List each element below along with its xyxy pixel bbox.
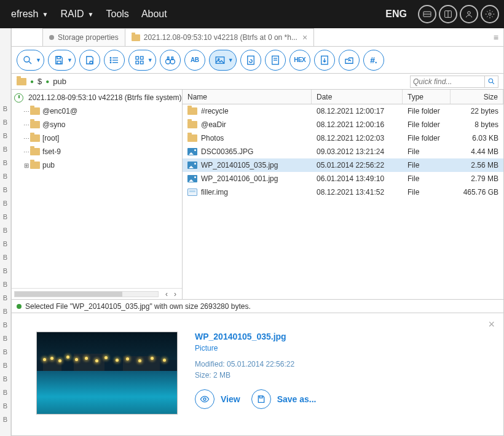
file-date: 08.12.2021 12:00:16 bbox=[312, 120, 403, 129]
layout-button[interactable] bbox=[439, 5, 457, 23]
preview-filetype: Picture bbox=[195, 344, 491, 352]
quick-find-input[interactable] bbox=[411, 76, 484, 87]
svg-point-34 bbox=[203, 398, 206, 400]
svg-rect-17 bbox=[136, 56, 139, 60]
tree-expand-icon[interactable]: ⊞ bbox=[23, 162, 30, 169]
folder-icon bbox=[30, 107, 40, 115]
file-row[interactable]: WP_20140105_035.jpg05.01.2014 22:56:22Fi… bbox=[183, 158, 503, 172]
tabs-row: Storage properties 2021.12.08-09:53:10 v… bbox=[12, 28, 503, 47]
folder-icon bbox=[132, 34, 140, 41]
preview-toggle-button[interactable]: ▼ bbox=[209, 50, 237, 71]
file-date: 06.01.2014 13:49:10 bbox=[312, 174, 403, 183]
breadcrumb-root[interactable]: $ bbox=[37, 77, 42, 86]
folder-icon bbox=[187, 134, 197, 142]
tree-item[interactable]: ⋯fset-9 bbox=[12, 145, 182, 158]
file-size: 2.56 MB bbox=[451, 161, 503, 169]
file-row[interactable]: DSC00365.JPG09.03.2012 13:21:24File4.44 … bbox=[183, 145, 503, 158]
settings-button[interactable] bbox=[481, 5, 499, 23]
search-tool-button[interactable]: ▼ bbox=[17, 50, 44, 71]
svg-rect-8 bbox=[57, 56, 60, 59]
binoculars-button[interactable] bbox=[160, 50, 181, 71]
tree-item[interactable]: ⋯@syno bbox=[12, 118, 182, 131]
image-icon bbox=[187, 162, 197, 169]
tree-item[interactable]: ⋯[root] bbox=[12, 131, 182, 145]
breadcrumb-separator: ● bbox=[45, 78, 49, 85]
preview-modified: Modified: 05.01.2014 22:56:22 bbox=[195, 359, 491, 370]
svg-rect-9 bbox=[57, 61, 61, 64]
svg-point-6 bbox=[24, 56, 30, 62]
svg-point-15 bbox=[110, 60, 111, 61]
folder-icon bbox=[187, 121, 197, 128]
save-settings-button[interactable] bbox=[79, 50, 100, 71]
menu-tools[interactable]: Tools bbox=[100, 9, 135, 20]
file-size: 2.79 MB bbox=[451, 174, 503, 183]
file-row[interactable]: #recycle08.12.2021 12:00:17File folder22… bbox=[183, 104, 503, 118]
list-tool-button[interactable] bbox=[104, 50, 125, 71]
file-size: 6.03 KB bbox=[451, 134, 503, 142]
hex-view-button[interactable]: HEX bbox=[289, 50, 310, 71]
file-row[interactable]: Photos08.12.2021 12:02:03File folder6.03… bbox=[183, 131, 503, 145]
scroll-left-icon[interactable]: ‹ bbox=[162, 290, 171, 298]
close-preview-button[interactable]: × bbox=[488, 318, 495, 331]
tab-storage-properties[interactable]: Storage properties bbox=[42, 28, 125, 46]
svg-point-14 bbox=[110, 57, 111, 58]
svg-line-7 bbox=[29, 61, 31, 64]
file-name: Photos bbox=[201, 134, 224, 142]
save-tool-button[interactable]: ▼ bbox=[48, 50, 76, 71]
breadcrumb-row: ● $ ● pub bbox=[12, 74, 503, 90]
file-name: @eaDir bbox=[201, 120, 226, 129]
preview-filename: WP_20140105_035.jpg bbox=[195, 332, 491, 341]
column-size[interactable]: Size bbox=[451, 90, 503, 104]
preview-size: Size: 2 MB bbox=[195, 370, 491, 381]
column-name[interactable]: Name bbox=[183, 90, 312, 104]
file-row[interactable]: filler.img08.12.2021 13:41:52File465.76 … bbox=[183, 185, 503, 199]
left-gutter: BBBBBBBBBBBBBBBBBBBBBBBB bbox=[0, 28, 11, 436]
svg-point-16 bbox=[110, 62, 111, 63]
preview-pane: × WP_20140105_035.jpg Picture Modified: … bbox=[12, 313, 503, 435]
file-date: 08.12.2021 12:02:03 bbox=[312, 134, 403, 142]
tabs-menu-button[interactable]: ≡ bbox=[494, 33, 498, 42]
file-row[interactable]: WP_20140106_001.jpg06.01.2014 13:49:10Fi… bbox=[183, 172, 503, 185]
tree-item-selected[interactable]: ⊞pub bbox=[12, 158, 182, 172]
close-tab-button[interactable]: × bbox=[302, 33, 307, 42]
quick-find-button[interactable] bbox=[484, 76, 498, 87]
menu-refresh[interactable]: efresh▼ bbox=[5, 9, 54, 20]
page-refresh-button[interactable] bbox=[240, 50, 261, 71]
column-type[interactable]: Type bbox=[403, 90, 451, 104]
text-case-button[interactable]: AB bbox=[184, 50, 205, 71]
status-text: Selected File "WP_20140105_035.jpg" with… bbox=[25, 302, 251, 311]
tree-collapse-icon: ⋯ bbox=[23, 135, 30, 142]
folder-icon bbox=[17, 78, 26, 85]
menu-raid[interactable]: RAID▼ bbox=[54, 9, 100, 20]
file-type: File bbox=[403, 188, 451, 197]
tree-root[interactable]: 2021.12.08-09:53:10 v42218 (Btrfs file s… bbox=[12, 91, 182, 104]
file-list-pane: Name Date Type Size #recycle08.12.2021 1… bbox=[183, 90, 503, 299]
list-header: Name Date Type Size bbox=[183, 90, 503, 104]
panel-toggle-button[interactable] bbox=[418, 5, 436, 23]
file-type: File bbox=[403, 147, 451, 156]
language-selector[interactable]: ENG bbox=[377, 9, 415, 20]
svg-point-5 bbox=[489, 13, 491, 15]
up-folder-button[interactable] bbox=[339, 50, 360, 71]
view-button[interactable]: View bbox=[195, 389, 240, 409]
file-date: 08.12.2021 13:41:52 bbox=[312, 188, 403, 197]
page-button[interactable] bbox=[265, 50, 286, 71]
menu-about[interactable]: About bbox=[135, 9, 173, 20]
grid-tool-button[interactable]: ▼ bbox=[128, 50, 156, 71]
tree-collapse-icon: ⋯ bbox=[23, 122, 30, 128]
tree-item[interactable]: ⋯@enc01@ bbox=[12, 104, 182, 118]
hash-button[interactable]: #. bbox=[363, 50, 384, 71]
scroll-right-icon[interactable]: › bbox=[171, 290, 179, 298]
file-row[interactable]: @eaDir08.12.2021 12:00:16File folder8 by… bbox=[183, 118, 503, 131]
snapshot-icon bbox=[14, 93, 23, 103]
svg-rect-20 bbox=[140, 61, 143, 64]
file-size: 4.44 MB bbox=[451, 147, 503, 156]
user-button[interactable] bbox=[460, 5, 478, 23]
tree-hscrollbar[interactable]: ‹ › bbox=[12, 288, 182, 299]
save-as-button[interactable]: Save as... bbox=[251, 389, 317, 409]
column-date[interactable]: Date bbox=[312, 90, 403, 104]
tab-filesystem[interactable]: 2021.12.08-09:53:10 v42218 (Btrfs at 0 o… bbox=[125, 28, 314, 46]
breadcrumb-separator: ● bbox=[30, 78, 34, 85]
export-button[interactable] bbox=[314, 50, 335, 71]
breadcrumb-current[interactable]: pub bbox=[53, 77, 66, 86]
